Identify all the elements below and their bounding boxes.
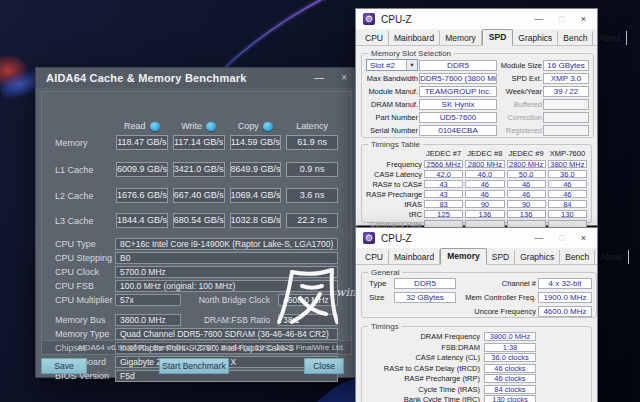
size-value: 32 GBytes [394, 292, 456, 303]
tab-about[interactable]: About [593, 31, 626, 45]
maximize-icon: □ [559, 15, 564, 24]
tab-graphics[interactable]: Graphics [515, 250, 560, 264]
minimize-icon[interactable]: — [314, 73, 324, 83]
tab-spd[interactable]: SPD [482, 29, 513, 46]
close-icon[interactable]: × [581, 234, 586, 243]
close-icon[interactable]: × [341, 73, 347, 83]
info-label: Memory Type [55, 329, 111, 339]
timing-value: 46 [507, 190, 546, 199]
dram-fsb-ratio-label: DRAM:FSB Ratio [185, 315, 274, 325]
tab-about[interactable]: About [595, 250, 628, 264]
timing-value: 43 [424, 180, 463, 189]
type-label: Type [366, 279, 392, 288]
timing-row-cl: CAS# Latency (CL) 36.0 clocks [366, 353, 587, 362]
l3-copy-value: 1032.8 GB/s [230, 213, 282, 228]
dram-manuf-value: SK Hynix [419, 99, 497, 110]
benchmark-row-l3: L3 Cache 1844.4 GB/s 680.54 GB/s 1032.8 … [55, 213, 338, 228]
timing-value: 83 [424, 200, 463, 209]
timing-label: CAS# Latency (CL) [366, 353, 480, 362]
save-button[interactable]: Save [41, 358, 87, 374]
cpu-type-value: 8C+16c Intel Core i9-14900K (Raptor Lake… [115, 238, 338, 250]
benchmark-row-l2: L2 Cache 1676.6 GB/s 667.40 GB/s 1069.4 … [55, 188, 338, 203]
l3-read-value: 1844.4 GB/s [116, 213, 168, 228]
benchmark-header-row: Read Write Copy Latency [55, 121, 338, 131]
col-jedec7: JEDEC #7 [424, 150, 463, 159]
timing-row-tras: Cycle Time (tRAS) 84 clocks [366, 385, 587, 394]
timings-table-group: Timings Table JEDEC #7 JEDEC #8 JEDEC #9… [361, 140, 592, 223]
timing-label: CAS# Latency [366, 170, 422, 179]
col-jedec9: JEDEC #9 [507, 150, 546, 159]
north-bridge-clock-label: North Bridge Clock [185, 295, 274, 305]
timing-value: 3800 MHz [548, 160, 587, 169]
tab-memory[interactable]: Memory [440, 248, 487, 265]
close-icon[interactable]: × [581, 15, 586, 24]
benchmark-row-l1: L1 Cache 6009.9 GB/s 3421.0 GB/s 8649.9 … [55, 162, 338, 177]
timing-label: Cycle Time (tRAS) [366, 385, 480, 394]
timings-group: Timings DRAM Frequency 3800.0 MHz FSB:DR… [361, 322, 592, 402]
slot-select-dropdown[interactable]: Slot #2 ▼ [366, 59, 418, 71]
correction-value [543, 112, 589, 123]
timing-value: 36.0 [548, 170, 587, 179]
l1-copy-value: 8649.9 GB/s [230, 162, 282, 177]
l1-write-value: 3421.0 GB/s [173, 162, 225, 177]
l2-latency-value: 3.6 ns [286, 188, 338, 203]
close-button[interactable]: Close [304, 358, 344, 374]
tab-bench[interactable]: Bench [560, 250, 595, 264]
cpuz-memory-window: ⚙ CPU-Z — □ × CPU Mainboard Memory SPD G… [355, 227, 598, 402]
memory-read-value: 118.47 GB/s [116, 135, 168, 150]
timing-row-dram-frequency: DRAM Frequency 3800.0 MHz [366, 332, 587, 341]
cpuz-memory-titlebar[interactable]: ⚙ CPU-Z — □ × [356, 228, 597, 248]
copy-info-bubble-icon[interactable] [263, 122, 273, 131]
row-label: L3 Cache [55, 216, 111, 226]
minimize-icon[interactable]: — [534, 234, 543, 243]
cpuz-app-icon: ⚙ [363, 232, 375, 244]
uncore-frequency-label: Uncore Frequency [458, 307, 536, 316]
week-year-value: 39 / 22 [543, 86, 589, 97]
correction-label: Correction [498, 113, 542, 122]
chevron-down-icon[interactable]: ▼ [406, 60, 417, 70]
row-label: Memory [55, 138, 111, 148]
memory-slot-selection-group: Memory Slot Selection Slot #2 ▼ DDR5 Mod… [361, 49, 594, 138]
cpuz-spd-tab-bar: CPU Mainboard Memory SPD Graphics Bench … [356, 29, 597, 46]
cpuz-window-title: CPU-Z [381, 233, 412, 244]
tab-cpu[interactable]: CPU [360, 250, 389, 264]
write-info-bubble-icon[interactable] [206, 122, 216, 131]
tab-cpu[interactable]: CPU [360, 31, 389, 45]
timing-row-trcd: RAS# to CAS# Delay (tRCD) 46 clocks [366, 364, 587, 373]
timing-label: RAS# to CAS# [366, 180, 422, 189]
tab-spd[interactable]: SPD [487, 250, 515, 264]
col-jedec8: JEDEC #8 [465, 150, 504, 159]
timing-row-frequency: Frequency 2566 MHz 2800 MHz 2800 MHz 380… [366, 160, 587, 169]
tab-mainboard[interactable]: Mainboard [389, 31, 440, 45]
registered-label: Registered [498, 126, 542, 135]
tab-mainboard[interactable]: Mainboard [389, 250, 440, 264]
slot-select-value: Slot #2 [370, 61, 395, 70]
read-info-bubble-icon[interactable] [150, 122, 160, 131]
general-group: General Type DDR5 Channel # 4 x 32-bit S… [361, 268, 597, 318]
timing-value: 42.0 [424, 170, 463, 179]
timing-row-trc: Bank Cycle Time (tRC) 130 clocks [366, 395, 587, 402]
timing-value: 84 [548, 200, 587, 209]
tab-memory[interactable]: Memory [440, 31, 482, 45]
timing-value: 2800 MHz [507, 160, 546, 169]
timing-value: 136 [465, 210, 504, 219]
start-benchmark-button[interactable]: Start Benchmark [159, 358, 229, 374]
trc-value: 130 clocks [484, 395, 536, 402]
memory-latency-value: 61.9 ns [286, 135, 338, 150]
l1-read-value: 6009.9 GB/s [116, 162, 168, 177]
fsb-dram-value: 1:38 [484, 343, 536, 352]
aida64-titlebar[interactable]: AIDA64 Cache & Memory Benchmark — × [36, 68, 357, 88]
minimize-icon[interactable]: — [534, 15, 543, 24]
l1-latency-value: 0.9 ns [286, 162, 338, 177]
copy-column-header: Copy [238, 121, 259, 131]
mem-controller-freq-label: Mem Controller Freq. [458, 293, 536, 302]
timing-row-ras-precharge: RAS# Precharge 43 46 46 46 [366, 190, 587, 199]
timing-label: DRAM Frequency [366, 332, 480, 341]
benchmark-row-memory: Memory 118.47 GB/s 117.14 GB/s 114.59 GB… [55, 135, 338, 150]
timing-value: 136 [507, 210, 546, 219]
tab-graphics[interactable]: Graphics [513, 31, 558, 45]
cpuz-spd-titlebar[interactable]: ⚙ CPU-Z — □ × [356, 9, 597, 29]
info-label: CPU FSB [55, 281, 111, 291]
tab-bench[interactable]: Bench [558, 31, 593, 45]
cpuz-app-icon: ⚙ [363, 13, 375, 25]
